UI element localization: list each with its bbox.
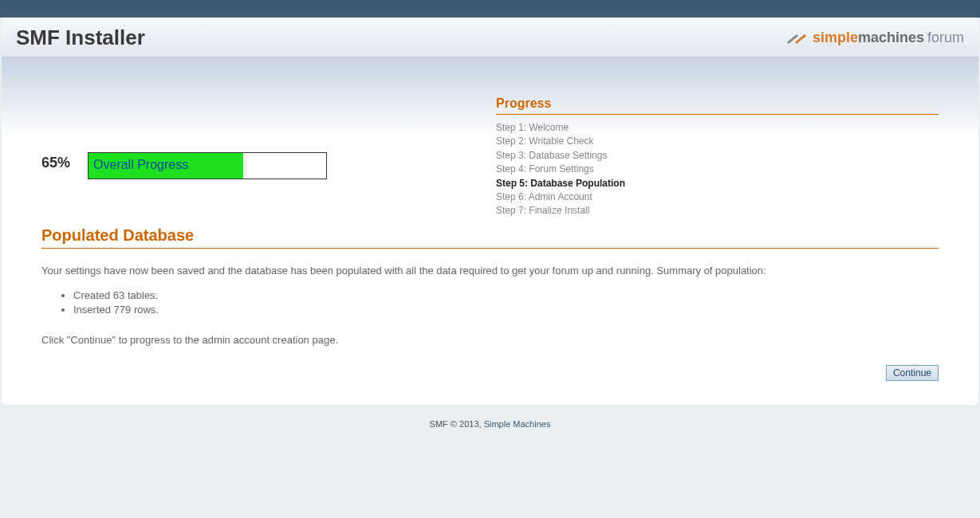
footer-copyright: SMF © 2013, [430, 419, 484, 429]
progress-bar-label: Overall Progress [93, 158, 188, 172]
progress-step: Step 3: Database Settings [496, 149, 939, 163]
logo-icon [785, 31, 808, 45]
logo-text-machines: machines [858, 29, 924, 46]
logo-text-forum: forum [927, 29, 964, 46]
main-outro: Click "Continue" to progress to the admi… [41, 332, 939, 348]
progress-heading: Progress [496, 96, 939, 115]
main-section: Populated Database Your settings have no… [41, 226, 939, 381]
progress-step: Step 2: Writable Check [496, 135, 939, 148]
main-heading: Populated Database [41, 226, 939, 249]
list-item: Created 63 tables. [73, 288, 939, 303]
page-title: SMF Installer [16, 26, 145, 50]
progress-step: Step 1: Welcome [496, 121, 939, 135]
button-row: Continue [41, 365, 939, 381]
progress-step: Step 4: Forum Settings [496, 163, 939, 176]
content: 65% Overall Progress Progress Step 1: We… [2, 57, 978, 405]
footer: SMF © 2013, Simple Machines [0, 405, 980, 443]
progress-step: Step 5: Database Population [496, 177, 939, 190]
main-intro: Your settings have now been saved and th… [41, 263, 939, 279]
header: SMF Installer simplemachines forum [2, 18, 978, 57]
progress-steps-panel: Progress Step 1: WelcomeStep 2: Writable… [496, 96, 939, 218]
continue-button[interactable]: Continue [886, 365, 939, 381]
list-item: Inserted 779 rows. [73, 303, 939, 317]
progress-steps-list: Step 1: WelcomeStep 2: Writable CheckSte… [496, 121, 939, 218]
footer-link[interactable]: Simple Machines [484, 419, 551, 429]
top-bar [0, 0, 980, 18]
progress-bar-area: 65% Overall Progress [41, 96, 464, 218]
summary-list: Created 63 tables.Inserted 779 rows. [41, 288, 939, 317]
progress-bar: Overall Progress [88, 152, 327, 179]
progress-percent: 65% [41, 155, 70, 171]
progress-step: Step 7: Finalize Install [496, 204, 939, 218]
logo-text-simple: simple [813, 29, 858, 46]
upper-row: 65% Overall Progress Progress Step 1: We… [41, 96, 939, 218]
brand-logo: simplemachines forum [785, 29, 964, 46]
progress-step: Step 6: Admin Account [496, 190, 939, 204]
installer-wrapper: SMF Installer simplemachines forum 65% O… [2, 18, 978, 405]
